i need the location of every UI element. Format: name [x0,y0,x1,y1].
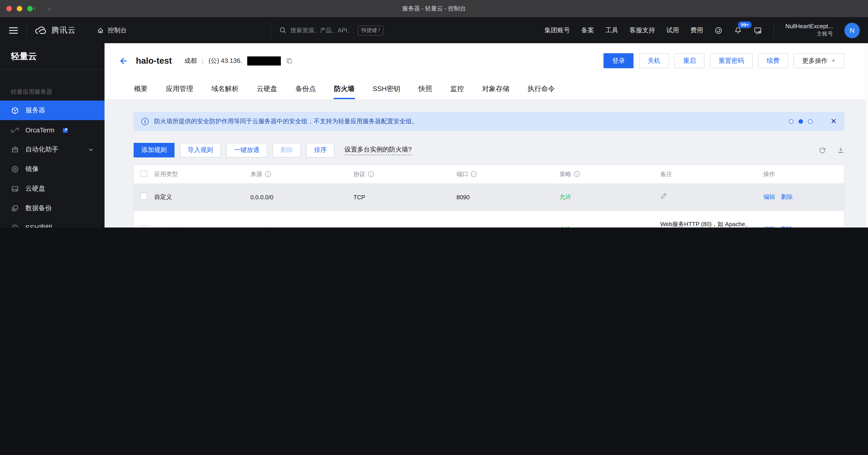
console-settings-icon[interactable] [753,26,762,35]
console-home-link[interactable]: 控制台 [97,26,127,34]
browser-back-icon[interactable]: ‹ [34,4,36,12]
tab-6[interactable]: SSH密钥 [372,78,401,99]
nav-menu-item-5[interactable]: 费用 [690,26,703,34]
banner-text: 防火墙所提供的安全防护作用等同于云服务器中的安全组，不支持为轻量应用服务器配置安… [154,117,418,125]
toolbar-button-0[interactable]: 添加规则 [134,143,175,158]
carousel-dot-0[interactable] [789,119,793,124]
instance-action-button-5[interactable]: 更多操作▼ [794,53,844,68]
app-window: ‹ › 服务器 - 轻量云 - 控制台 腾讯云 控制台 [0,0,868,227]
sidebar-item-label: 镜像 [26,165,39,173]
close-window-icon[interactable] [6,6,12,11]
scrollbar-gutter[interactable] [865,43,868,227]
window-title: 服务器 - 轻量云 - 控制台 [402,4,466,12]
toolbar-button-3[interactable]: 删除 [273,143,301,158]
notifications-button[interactable]: 99+ [734,26,742,34]
notification-count-badge: 99+ [738,21,752,28]
global-search[interactable]: 快捷键 / [271,22,383,39]
info-icon[interactable]: i [574,171,580,177]
tab-9[interactable]: 对象存储 [482,78,510,99]
sidebar-item-label: 云硬盘 [26,184,45,193]
row-checkbox[interactable] [141,225,147,227]
instance-action-button-4[interactable]: 续费 [758,53,788,68]
sidebar-item-data-backup[interactable]: 数据备份 [0,198,104,218]
info-icon[interactable]: i [368,171,374,177]
edit-rule-link[interactable]: 编辑 [763,194,775,200]
select-all-checkbox[interactable] [141,170,147,177]
instance-action-button-3[interactable]: 重置密码 [710,53,752,68]
sidebar-title: 轻量云 [0,43,104,69]
tencent-cloud-logo[interactable]: 腾讯云 [35,25,76,35]
sidebar-item-automation[interactable]: 自动化助手 [0,140,104,159]
sidebar-item-server[interactable]: 服务器 [0,101,104,120]
button-label: 关机 [648,57,660,64]
search-input[interactable] [290,27,353,34]
rule-policy: 允许 [559,183,660,211]
button-label: 登录 [612,57,625,64]
close-icon[interactable]: ✕ [831,118,837,125]
region-label: 成都 [184,57,197,65]
brand-name: 腾讯云 [51,25,76,35]
chevron-down-icon [88,147,94,152]
toolbar-button-4[interactable]: 排序 [306,143,335,158]
delete-rule-link[interactable]: 删除 [781,226,793,227]
rule-policy: 允许 [559,211,660,227]
feedback-icon[interactable] [714,26,722,34]
firewall-rules-card: 应用类型来源i协议i端口i策略i备注操作 自定义0.0.0.0/0TCP8090… [134,165,844,227]
edit-remark-icon[interactable] [660,192,667,199]
carousel-dot-1[interactable] [798,119,803,124]
copy-icon[interactable] [286,57,293,64]
download-icon[interactable] [837,146,844,154]
sidebar: 轻量云 轻量应用服务器服务器OrcaTerm自动化助手镜像云硬盘数据备份SSH密… [0,43,104,227]
delete-rule-link[interactable]: 删除 [781,194,793,200]
nav-menu-item-0[interactable]: 集团账号 [545,26,570,34]
main-area: halo-test 成都 | (公) 43.136. 登录关机重启重置密码续费更… [104,43,868,227]
edit-rule-link[interactable]: 编辑 [763,226,775,227]
info-icon[interactable]: i [265,171,271,177]
tab-1[interactable]: 应用管理 [165,78,194,99]
nav-menu-item-1[interactable]: 备案 [581,26,594,34]
firewall-content: i 防火墙所提供的安全防护作用等同于云服务器中的安全组，不支持为轻量应用服务器配… [104,99,868,227]
sidebar-item-orcaterm[interactable]: OrcaTerm [0,120,104,140]
window-controls[interactable] [6,6,33,11]
multi-instance-firewall-link[interactable]: 设置多台实例的防火墙? [344,145,412,155]
sidebar-item-images[interactable]: 镜像 [0,159,104,179]
maximize-window-icon[interactable] [27,6,33,11]
nav-menu-item-2[interactable]: 工具 [605,26,618,34]
back-button[interactable] [118,56,128,66]
tab-7[interactable]: 快照 [418,78,433,99]
instance-action-button-2[interactable]: 重启 [674,53,704,68]
tab-2[interactable]: 域名解析 [211,78,239,99]
info-icon: i [141,118,149,125]
button-label: 续费 [767,57,779,64]
sidebar-item-cloud-disk[interactable]: 云硬盘 [0,179,104,198]
shortcut-key-badge: 快捷键 / [358,25,383,35]
row-checkbox[interactable] [141,193,147,200]
tab-10[interactable]: 执行命令 [527,78,555,99]
toolbar-button-1[interactable]: 导入规则 [180,143,221,158]
tab-0[interactable]: 概要 [134,78,148,99]
instance-action-button-0[interactable]: 登录 [603,53,633,68]
instance-action-button-1[interactable]: 关机 [639,53,669,68]
browser-forward-icon[interactable]: › [48,4,51,12]
rule-app-type: 自定义 [154,183,250,211]
products-menu-icon[interactable] [8,25,19,35]
nav-divider [773,24,774,36]
tab-5[interactable]: 防火墙 [334,78,355,99]
key-icon [11,224,19,227]
terminal-link-icon [11,126,19,134]
carousel-dot-2[interactable] [808,119,812,124]
account-info[interactable]: NullHeartExcept... 主账号 [785,23,833,38]
refresh-icon[interactable] [818,146,826,154]
sidebar-item-ssh-key[interactable]: SSH密钥 [0,218,104,227]
info-icon[interactable]: i [471,171,477,177]
tab-8[interactable]: 监控 [450,78,464,99]
tab-4[interactable]: 备份点 [295,78,316,99]
top-navbar: 腾讯云 控制台 快捷键 / 集团账号备案工具客服支持试用费用 [0,17,868,43]
minimize-window-icon[interactable] [17,6,22,11]
nav-menu-item-3[interactable]: 客服支持 [629,26,655,34]
rule-app-type: HTTP (80) [154,211,250,227]
nav-menu-item-4[interactable]: 试用 [666,26,679,34]
avatar[interactable]: N [844,23,860,38]
toolbar-button-2[interactable]: 一键放通 [226,143,267,158]
tab-3[interactable]: 云硬盘 [256,78,278,99]
